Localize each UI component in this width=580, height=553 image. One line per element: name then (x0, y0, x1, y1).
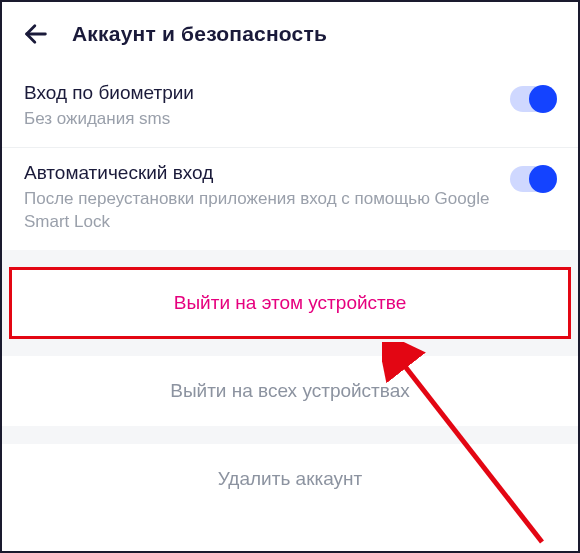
setting-biometric-login[interactable]: Вход по биометрии Без ожидания sms (2, 68, 578, 147)
setting-subtitle: После переустановки приложения вход с по… (24, 188, 490, 234)
setting-title: Автоматический вход (24, 162, 490, 184)
actions-section: Выйти на этом устройстве Выйти на всех у… (2, 250, 578, 514)
toggle-knob-icon (529, 165, 557, 193)
header: Аккаунт и безопасность (2, 2, 578, 68)
setting-title: Вход по биометрии (24, 82, 490, 104)
toggle-auto-login[interactable] (510, 166, 556, 192)
setting-subtitle: Без ожидания sms (24, 108, 490, 131)
logout-all-devices-button[interactable]: Выйти на всех устройствах (2, 356, 578, 426)
page-title: Аккаунт и безопасность (72, 22, 327, 46)
logout-this-device-button[interactable]: Выйти на этом устройстве (10, 268, 570, 338)
toggle-knob-icon (529, 85, 557, 113)
setting-auto-login[interactable]: Автоматический вход После переустановки … (2, 148, 578, 250)
toggle-biometric[interactable] (510, 86, 556, 112)
back-arrow-icon[interactable] (22, 20, 50, 48)
delete-account-button[interactable]: Удалить аккаунт (2, 444, 578, 514)
